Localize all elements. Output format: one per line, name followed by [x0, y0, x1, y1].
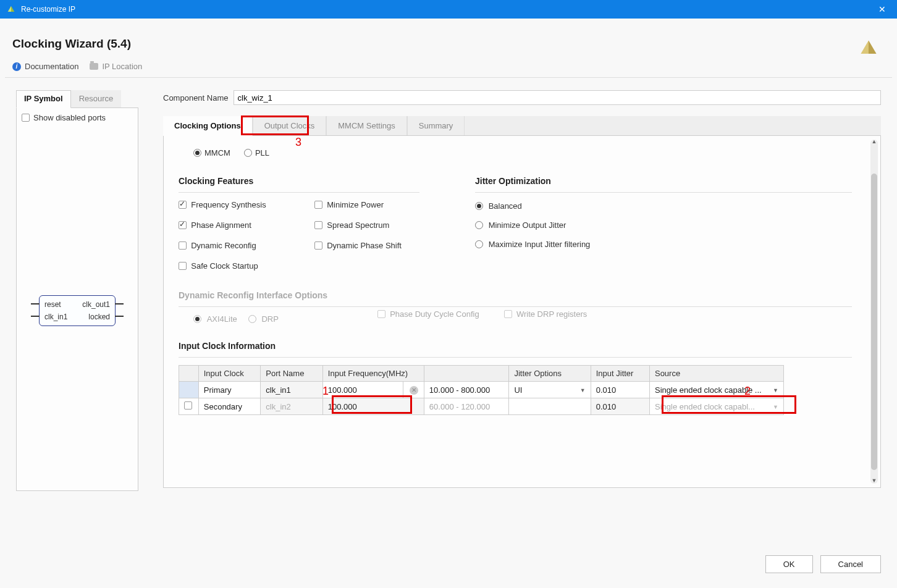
col-range — [424, 366, 509, 382]
cell-port: clk_in2 — [261, 398, 323, 415]
primitive-mmcm-radio[interactable]: MMCM — [193, 148, 230, 158]
dropdown-icon: ▼ — [580, 387, 586, 393]
col-input-clock: Input Clock — [198, 366, 261, 382]
tab-output-clocks[interactable]: Output Clocks — [253, 116, 327, 135]
dropdown-icon: ▼ — [773, 387, 778, 393]
cancel-button[interactable]: Cancel — [820, 555, 881, 573]
app-logo-icon — [6, 4, 16, 14]
clear-freq-icon[interactable]: ✕ — [403, 382, 424, 398]
phase-align-checkbox[interactable]: Phase Alignment — [179, 220, 284, 230]
secondary-enable-checkbox[interactable] — [179, 398, 199, 415]
col-input-freq: Input Frequency(MHz) — [322, 366, 424, 382]
checkbox-icon — [22, 114, 30, 122]
close-icon[interactable]: ✕ — [874, 4, 891, 14]
jitter-optimization-title: Jitter Optimization — [475, 176, 852, 186]
radio-icon — [475, 202, 483, 210]
checkbox-icon — [184, 401, 192, 410]
window-title: Re-customize IP — [21, 5, 874, 14]
ip-location-link[interactable]: IP Location — [90, 62, 142, 71]
tab-mmcm-settings[interactable]: MMCM Settings — [326, 116, 406, 135]
write-drp-checkbox: Write DRP registers — [504, 309, 587, 319]
tab-clocking-options[interactable]: Clocking Options — [163, 116, 253, 136]
cell-source: Single ended clock capabl... ▼ — [649, 398, 783, 415]
cell-range: 60.000 - 120.000 — [424, 398, 509, 415]
col-jitter-options: Jitter Options — [509, 366, 591, 382]
dropdown-icon: ▼ — [773, 404, 778, 410]
cell-source[interactable]: Single ended clock capable ... ▼ — [649, 382, 783, 398]
checkbox-icon — [179, 201, 187, 209]
toolbar: i Documentation IP Location — [5, 58, 892, 78]
port-clk-out1: clk_out1 — [82, 300, 110, 309]
primitive-pll-radio[interactable]: PLL — [244, 148, 269, 158]
cell-jitter-opt[interactable]: UI ▼ — [509, 382, 591, 398]
tab-resource[interactable]: Resource — [71, 90, 122, 107]
jitter-balanced-radio[interactable]: Balanced — [475, 201, 852, 211]
drp-radio: DRP — [248, 314, 279, 324]
checkbox-icon — [377, 310, 385, 318]
show-disabled-ports-checkbox[interactable]: Show disabled ports — [22, 113, 133, 122]
col-source: Source — [649, 366, 783, 382]
cell-freq[interactable]: 100.000 — [322, 382, 403, 398]
table-row: Secondary clk_in2 100.000 60.000 - 120.0… — [179, 398, 784, 415]
port-locked: locked — [88, 313, 110, 321]
cell-port[interactable]: clk_in1 — [261, 382, 323, 398]
checkbox-icon — [314, 242, 322, 250]
cell-primary: Primary — [198, 382, 261, 398]
col-port-name: Port Name — [261, 366, 323, 382]
radio-icon — [244, 149, 252, 157]
scroll-up-icon[interactable]: ▲ — [870, 138, 878, 146]
minimize-power-checkbox[interactable]: Minimize Power — [314, 200, 419, 209]
axi4lite-radio: AXI4Lite — [193, 314, 237, 324]
jitter-min-output-radio[interactable]: Minimize Output Jitter — [475, 220, 852, 230]
phase-duty-cycle-checkbox: Phase Duty Cycle Config — [377, 309, 479, 319]
checkbox-icon — [179, 242, 187, 250]
checkbox-icon — [504, 310, 512, 318]
input-clock-info-title: Input Clock Information — [179, 341, 852, 351]
scrollbar-thumb[interactable] — [871, 174, 877, 470]
spread-spectrum-checkbox[interactable]: Spread Spectrum — [314, 220, 419, 230]
input-clock-table: Input Clock Port Name Input Frequency(MH… — [179, 365, 784, 415]
cell-jitter-opt — [509, 398, 591, 415]
row-selector[interactable] — [179, 382, 199, 398]
checkbox-icon — [179, 221, 187, 229]
table-row: Primary clk_in1 100.000 ✕ 10.000 - 800.0… — [179, 382, 784, 398]
cell-range: 10.000 - 800.000 — [424, 382, 509, 398]
safe-clock-startup-checkbox[interactable]: Safe Clock Startup — [179, 261, 284, 271]
radio-icon — [475, 221, 483, 229]
checkbox-icon — [314, 201, 322, 209]
page-title: Clocking Wizard (5.4) — [5, 23, 892, 58]
dynamic-phase-shift-checkbox[interactable]: Dynamic Phase Shift — [314, 241, 419, 250]
checkbox-icon — [179, 262, 187, 270]
radio-icon — [475, 240, 483, 248]
vendor-logo-icon — [857, 37, 880, 59]
folder-icon — [90, 63, 98, 70]
radio-icon — [193, 149, 201, 157]
dynamic-reconfig-title: Dynamic Reconfig Interface Options — [179, 290, 852, 300]
info-icon: i — [12, 62, 21, 71]
ok-button[interactable]: OK — [765, 555, 813, 573]
checkbox-icon — [314, 221, 322, 229]
jitter-max-input-radio[interactable]: Maximize Input Jitter filtering — [475, 240, 852, 249]
component-name-input[interactable] — [234, 90, 882, 105]
cell-secondary: Secondary — [198, 398, 261, 415]
cell-jitter[interactable]: 0.010 — [591, 382, 649, 398]
port-clk-in1: clk_in1 — [44, 313, 67, 321]
tab-summary[interactable]: Summary — [407, 116, 465, 135]
clocking-features-title: Clocking Features — [179, 176, 419, 186]
port-reset: reset — [44, 300, 61, 309]
cell-jitter: 0.010 — [591, 398, 649, 415]
col-input-jitter: Input Jitter — [591, 366, 649, 382]
documentation-link[interactable]: i Documentation — [12, 62, 78, 71]
radio-icon — [248, 315, 256, 323]
freq-synth-checkbox[interactable]: Frequency Synthesis — [179, 200, 284, 209]
component-name-label: Component Name — [163, 93, 229, 103]
ip-symbol-diagram: reset clk_out1 clk_in1 locked — [22, 295, 133, 326]
titlebar: Re-customize IP ✕ — [0, 0, 897, 19]
tab-ip-symbol[interactable]: IP Symbol — [16, 90, 71, 108]
dynamic-reconfig-checkbox[interactable]: Dynamic Reconfig — [179, 241, 284, 250]
cell-freq: 100.000 — [322, 398, 424, 415]
scroll-down-icon[interactable]: ▼ — [870, 477, 878, 485]
radio-icon — [193, 315, 201, 323]
scrollbar[interactable]: ▲ ▼ — [870, 140, 878, 484]
